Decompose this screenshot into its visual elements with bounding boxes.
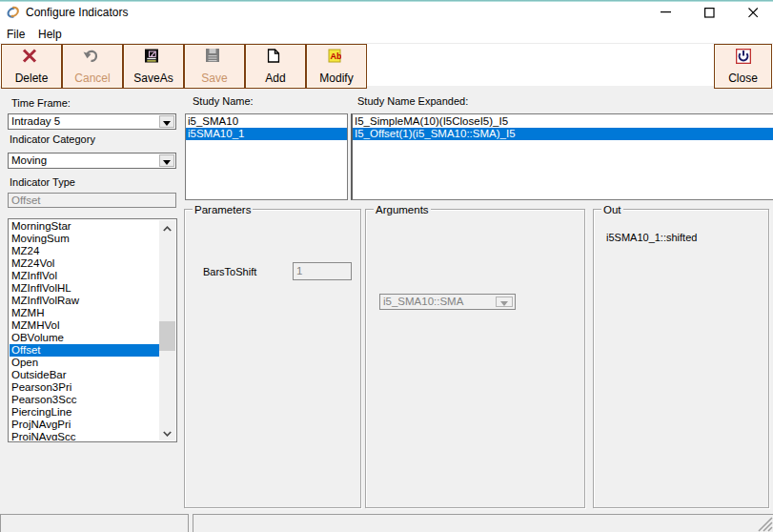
svg-text:Ab: Ab	[330, 51, 341, 61]
